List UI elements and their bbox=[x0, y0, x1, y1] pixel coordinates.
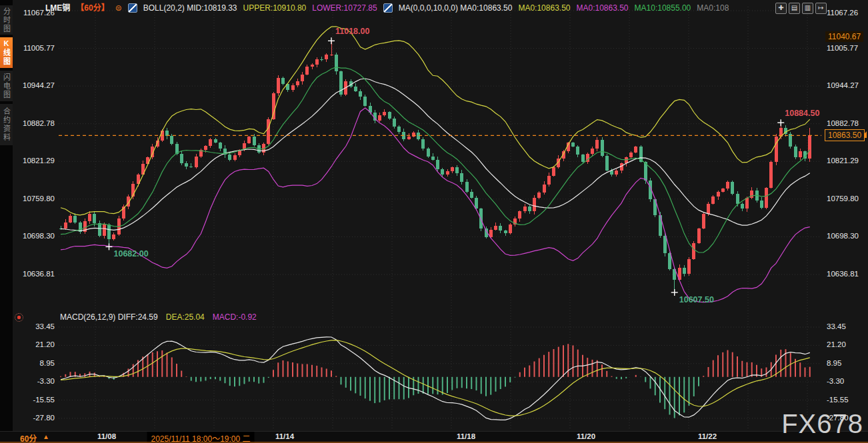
ma-gray-label: MA0:108 bbox=[697, 2, 729, 14]
boll-upper-line bbox=[61, 27, 810, 215]
candle-body bbox=[219, 143, 222, 149]
macd-layer bbox=[61, 337, 810, 420]
candle-body bbox=[509, 224, 512, 233]
candle-body bbox=[610, 171, 613, 175]
y-axis-tick: 10698.30 bbox=[23, 232, 55, 240]
crosshair-icon[interactable]: ✚ bbox=[775, 3, 787, 14]
candle-body bbox=[228, 155, 231, 159]
candle-body bbox=[470, 192, 473, 198]
candle-body bbox=[634, 147, 637, 153]
candle-body bbox=[378, 115, 381, 121]
extreme-price-label: 10884.50 bbox=[785, 109, 819, 118]
y-axis-tick: -3.30 bbox=[827, 377, 844, 385]
candle-body bbox=[315, 59, 319, 65]
candle-body bbox=[363, 97, 367, 106]
y-axis-tick: 8.95 bbox=[827, 359, 841, 367]
candle-body bbox=[760, 201, 763, 208]
period-indicator[interactable]: 60分 bbox=[20, 432, 37, 443]
candle-body bbox=[537, 193, 541, 197]
candle-body bbox=[741, 204, 744, 209]
sidebar-tab-time-chart[interactable]: 分时图 bbox=[0, 5, 13, 35]
sidebar-tab-flash-chart[interactable]: 闪电图 bbox=[0, 71, 13, 101]
candle-body bbox=[204, 146, 207, 150]
candle-body bbox=[601, 140, 604, 156]
candle-body bbox=[393, 119, 396, 127]
y-axis-tick: 11067.26 bbox=[827, 9, 858, 17]
candle-body bbox=[112, 234, 115, 239]
y-axis-tick: 10636.81 bbox=[827, 270, 859, 278]
y-axis-tick: 10944.27 bbox=[827, 81, 859, 89]
candle-body bbox=[417, 133, 420, 139]
macd-value-label: MACD:-0.92 bbox=[213, 312, 257, 322]
candle-body bbox=[663, 236, 667, 253]
ma10-line bbox=[61, 67, 810, 252]
candle-body bbox=[64, 222, 67, 228]
chart-panel-icon[interactable]: ▤ bbox=[789, 3, 800, 14]
y-axis-tick: 8.95 bbox=[40, 359, 55, 367]
chart-panel-alt-icon[interactable]: ▥ bbox=[802, 3, 813, 14]
candle-body bbox=[93, 214, 96, 223]
x-axis-label: 11/22 bbox=[698, 432, 717, 440]
candle-body bbox=[465, 182, 469, 192]
candle-body bbox=[499, 226, 502, 230]
candle-body bbox=[702, 214, 705, 228]
right-price-axis: 11067.2611005.7710944.2710882.7810821.29… bbox=[825, 0, 867, 443]
candle-body bbox=[330, 55, 333, 55]
candle-body bbox=[692, 243, 695, 259]
chart-tool-icons: ✚▤▥↦ bbox=[775, 3, 827, 14]
y-axis-tick: 21.20 bbox=[827, 340, 846, 348]
y-axis-tick: -15.55 bbox=[33, 396, 55, 404]
indicator-toolbar: LME铜【60分】⊜BOLL(20,2) MID:10819.33UPPER:1… bbox=[45, 2, 729, 14]
candle-body bbox=[717, 192, 720, 197]
candle-body bbox=[195, 157, 198, 167]
candle-body bbox=[571, 143, 575, 147]
y-axis-tick: 10821.29 bbox=[23, 157, 55, 165]
sidebar-tab-contract-info[interactable]: 合约资料 bbox=[0, 104, 13, 145]
y-axis-tick: 11005.77 bbox=[23, 44, 55, 52]
y-axis-tick: 33.45 bbox=[35, 322, 55, 330]
candle-body bbox=[523, 207, 527, 211]
candle-body bbox=[98, 223, 101, 236]
candle-body bbox=[69, 216, 72, 222]
macd-diff-line bbox=[61, 337, 810, 420]
candle-body bbox=[325, 55, 328, 59]
candle-body bbox=[427, 149, 430, 156]
candle-body bbox=[189, 167, 193, 167]
candle-body bbox=[721, 189, 725, 192]
candle-body bbox=[305, 67, 309, 75]
candle-body bbox=[267, 119, 270, 144]
mini-chart-icon bbox=[128, 3, 137, 13]
candle-body bbox=[291, 85, 295, 90]
menu-circle-icon: ⊜ bbox=[115, 2, 122, 14]
macd-header: MACD(26,12,9) DIFF:24.59 DEA:25.04 MACD:… bbox=[60, 312, 257, 322]
extreme-price-label: 11018.00 bbox=[335, 27, 369, 36]
candle-body bbox=[296, 81, 299, 85]
candle-body bbox=[683, 268, 686, 274]
candle-body bbox=[455, 167, 459, 173]
sidebar-tab-kline-chart[interactable]: K线图 bbox=[0, 37, 13, 68]
crosshair-time-info: 2025/11/11 18:00～19:00 二 bbox=[147, 432, 254, 443]
candle-body bbox=[479, 209, 483, 228]
expand-right-icon[interactable]: ↦ bbox=[815, 3, 827, 14]
candles-layer bbox=[59, 41, 812, 292]
candle-body bbox=[775, 137, 778, 163]
candle-body bbox=[591, 149, 594, 154]
candle-body bbox=[533, 198, 536, 211]
candle-body bbox=[407, 137, 411, 139]
indicator-settings-icon[interactable] bbox=[15, 313, 23, 322]
candle-body bbox=[731, 182, 734, 194]
candle-body bbox=[301, 75, 304, 81]
candle-body bbox=[576, 147, 579, 155]
candle-body bbox=[412, 133, 415, 137]
candle-body bbox=[707, 204, 710, 214]
y-axis-tick: -3.30 bbox=[37, 377, 55, 385]
candle-body bbox=[451, 167, 454, 171]
y-axis-tick: 10636.81 bbox=[23, 270, 55, 278]
y-axis-tick: 11005.77 bbox=[827, 44, 858, 52]
candle-body bbox=[277, 78, 280, 94]
period-dropdown-arrow-icon[interactable]: ▲ bbox=[43, 433, 49, 440]
candle-body bbox=[518, 211, 521, 219]
candle-body bbox=[185, 163, 188, 166]
x-axis-label: 11/20 bbox=[577, 432, 595, 440]
candle-body bbox=[320, 59, 323, 60]
